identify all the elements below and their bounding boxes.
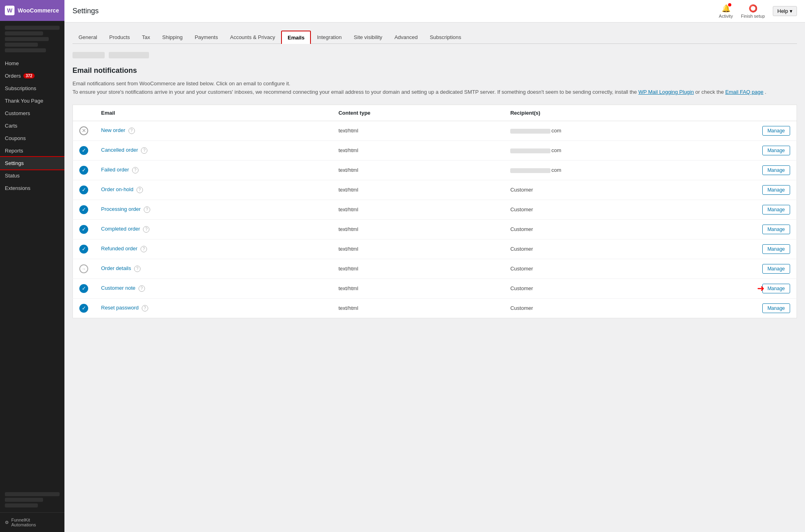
desc-part3: or check the [695,89,725,95]
help-tooltip-icon[interactable]: ? [141,147,147,154]
status-disabled-icon: ✕ [79,126,88,135]
sidebar-item-subscriptions[interactable]: Subscriptions [0,82,64,95]
sidebar-item-thank-you-page[interactable]: Thank You Page [0,95,64,107]
desc-part4: . [765,89,766,95]
manage-cell: Manage [749,298,797,318]
sidebar-item-reports[interactable]: Reports [0,144,64,157]
tab-tax[interactable]: Tax [136,31,156,44]
manage-button[interactable]: Manage [762,264,790,274]
desc-part2: To ensure your store's notifications arr… [72,89,638,95]
manage-button[interactable]: Manage [762,225,790,234]
recipient-cell: Customer [504,239,748,259]
tab-shipping[interactable]: Shipping [156,31,189,44]
help-tooltip-icon[interactable]: ? [134,266,141,272]
sidebar-item-carts[interactable]: Carts [0,120,64,132]
tab-site-visibility[interactable]: Site visibility [348,31,389,44]
content-type-cell: text/html [332,219,504,239]
email-faq-link[interactable]: Email FAQ page [725,89,764,95]
help-tooltip-icon[interactable]: ? [142,305,148,311]
help-tooltip-icon[interactable]: ? [143,226,149,233]
sub-tab-2[interactable] [109,52,149,58]
manage-cell: Manage [749,121,797,140]
manage-button[interactable]: Manage [762,284,790,293]
col-header-status [73,105,95,121]
help-tooltip-icon[interactable]: ? [137,187,143,193]
help-tooltip-icon[interactable]: ? [128,128,135,134]
sidebar: W WooCommerce Home Orders 372 Subscripti… [0,0,64,532]
table-row: ✓ Completed order ? text/html Customer M… [73,219,797,239]
status-enabled-icon: ✓ [79,225,88,234]
help-button[interactable]: Help ▾ [773,6,797,16]
sidebar-footer[interactable]: ⚙ FunnelKitAutomations [0,512,64,532]
help-tooltip-icon[interactable]: ? [139,285,145,292]
recipient-cell: Customer [504,298,748,318]
col-header-manage [749,105,797,121]
sidebar-footer-label: FunnelKitAutomations [11,518,36,527]
manage-cell: Manage [749,219,797,239]
sidebar-item-status[interactable]: Status [0,169,64,182]
table-row: ✓ Order on-hold ? text/html Customer Man… [73,180,797,200]
content-type-cell: text/html [332,140,504,160]
email-name-link[interactable]: Processing order [101,206,141,212]
help-tooltip-icon[interactable]: ? [141,246,147,252]
tab-advanced[interactable]: Advanced [388,31,424,44]
section-title: Email notifications [72,66,797,75]
status-cell: → [73,259,95,278]
manage-button[interactable]: Manage [762,303,790,313]
email-name-cell: Processing order ? [95,200,332,219]
activity-button[interactable]: 🔔 Activity [719,4,733,19]
manage-button[interactable]: Manage [762,126,790,136]
finish-setup-label: Finish setup [741,14,765,19]
content-type-cell: text/html [332,278,504,298]
email-name-cell: New order ? [95,121,332,140]
recipient-blurred [510,168,550,173]
email-name-cell: Refunded order ? [95,239,332,259]
tab-emails[interactable]: Emails [281,31,311,44]
status-enabled-icon: ✓ [79,205,88,214]
tab-accounts-privacy[interactable]: Accounts & Privacy [224,31,281,44]
content-type-cell: text/html [332,121,504,140]
page-title: Settings [72,7,99,15]
email-name-link[interactable]: Cancelled order [101,147,138,153]
tab-products[interactable]: Products [103,31,136,44]
email-name-link[interactable]: Order details [101,265,131,271]
sidebar-item-coupons[interactable]: Coupons [0,132,64,144]
tab-general[interactable]: General [72,31,103,44]
manage-button[interactable]: Manage [762,185,790,195]
wp-mail-logging-link[interactable]: WP Mail Logging Plugin [638,89,694,95]
status-cell: ✓ [73,180,95,200]
manage-button[interactable]: Manage [762,165,790,175]
email-name-link[interactable]: Reset password [101,305,139,311]
sidebar-item-customers[interactable]: Customers [0,107,64,120]
status-cell: ✓ [73,219,95,239]
sidebar-blurred-top [0,21,64,57]
tab-subscriptions[interactable]: Subscriptions [424,31,467,44]
email-name-link[interactable]: Customer note [101,285,135,291]
manage-button[interactable]: Manage [762,205,790,214]
sidebar-item-extensions[interactable]: Extensions [0,182,64,194]
email-name-link[interactable]: Completed order [101,226,140,232]
email-name-link[interactable]: Order on-hold [101,186,133,192]
email-name-cell: Failed order ? [95,160,332,180]
email-name-link[interactable]: Refunded order [101,245,137,252]
sidebar-item-orders[interactable]: Orders 372 [0,70,64,82]
manage-button[interactable]: Manage [762,146,790,155]
manage-button[interactable]: Manage [762,244,790,254]
col-header-recipients: Recipient(s) [504,105,748,121]
tab-payments[interactable]: Payments [188,31,224,44]
email-name-link[interactable]: Failed order [101,167,129,173]
email-name-link[interactable]: New order [101,127,125,133]
sidebar-logo[interactable]: W WooCommerce [0,0,64,21]
settings-tabs: General Products Tax Shipping Payments A… [72,31,797,44]
finish-setup-button[interactable]: ⭕ Finish setup [741,4,765,19]
table-row: → Order details ? text/html Customer Man… [73,259,797,278]
col-header-email: Email [95,105,332,121]
sub-tab-1[interactable] [72,52,105,58]
sidebar-item-home[interactable]: Home [0,57,64,70]
sidebar-item-settings[interactable]: Settings [0,157,64,169]
help-tooltip-icon[interactable]: ? [132,167,139,173]
tab-integration[interactable]: Integration [311,31,348,44]
help-tooltip-icon[interactable]: ? [144,206,150,213]
email-name-cell: Completed order ? [95,219,332,239]
status-enabled-icon: ✓ [79,304,88,313]
